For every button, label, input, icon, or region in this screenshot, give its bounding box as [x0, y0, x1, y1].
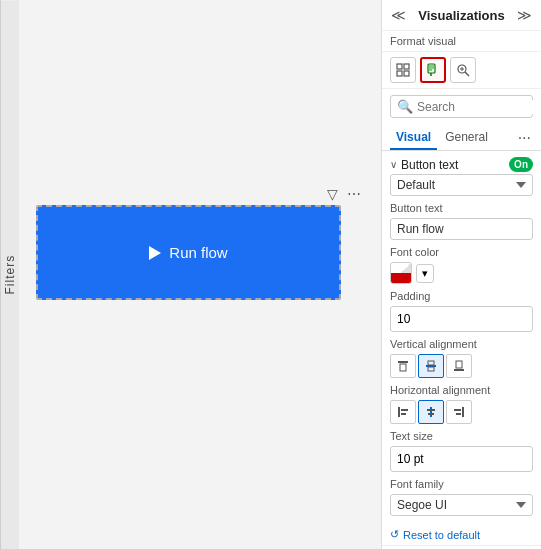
search-input[interactable]	[417, 100, 541, 114]
play-icon	[149, 246, 161, 260]
section-title-button-text[interactable]: ∨ Button text	[390, 158, 458, 172]
svg-rect-1	[404, 64, 409, 69]
horizontal-alignment-row	[390, 400, 533, 424]
button-visual[interactable]: Run flow	[36, 205, 341, 300]
button-text-field: Button text	[390, 202, 533, 240]
font-family-field: Font family Segoe UI	[390, 478, 533, 516]
vertical-alignment-row	[390, 354, 533, 378]
svg-rect-13	[428, 367, 434, 371]
svg-rect-14	[456, 361, 462, 368]
filters-label: Filters	[0, 0, 19, 549]
svg-rect-23	[454, 409, 461, 411]
tab-more-icon[interactable]: ···	[516, 127, 533, 149]
padding-input[interactable]	[391, 309, 533, 329]
font-color-label: Font color	[390, 246, 533, 258]
svg-rect-3	[404, 71, 409, 76]
padding-label: Padding	[390, 290, 533, 302]
button-text-input[interactable]	[390, 218, 533, 240]
section-header-button-text: ∨ Button text On	[382, 151, 541, 174]
format-visual-row: Format visual	[382, 31, 541, 52]
text-size-input-row: ▲ ▼	[390, 446, 533, 472]
padding-input-row: ▲ ▼	[390, 306, 533, 332]
font-family-label: Font family	[390, 478, 533, 490]
canvas-toolbar: ▽ ⋯	[323, 185, 363, 203]
text-size-input[interactable]	[391, 449, 533, 469]
canvas-content: ▽ ⋯ Run flow	[28, 10, 371, 539]
text-size-field: Text size ▲ ▼	[390, 430, 533, 472]
more-options-icon[interactable]: ⋯	[345, 185, 363, 203]
font-color-dropdown-btn[interactable]: ▾	[416, 264, 434, 283]
svg-rect-19	[430, 407, 432, 417]
button-visual-inner: Run flow	[149, 244, 227, 261]
text-size-label: Text size	[390, 430, 533, 442]
svg-rect-15	[454, 369, 464, 371]
color-row: ▾	[390, 262, 533, 284]
svg-rect-0	[397, 64, 402, 69]
svg-rect-21	[428, 413, 434, 415]
style-field: Default	[390, 174, 533, 196]
canvas-area: Filters ▽ ⋯ Run flow	[0, 0, 381, 549]
align-middle-btn[interactable]	[418, 354, 444, 378]
panel-body: Default Button text Font color ▾	[382, 174, 541, 524]
reset-to-default-btn[interactable]: ↺ Reset to default	[382, 524, 541, 545]
align-left-btn[interactable]	[390, 400, 416, 424]
button-text-label: Button text	[390, 202, 533, 214]
tab-visual[interactable]: Visual	[390, 126, 437, 150]
reset-icon: ↺	[390, 528, 399, 541]
right-panel: ≪ Visualizations ≫ Format visual	[381, 0, 541, 549]
svg-rect-22	[462, 407, 464, 417]
style-dropdown[interactable]: Default	[390, 174, 533, 196]
tab-general[interactable]: General	[439, 126, 494, 150]
expand-right-icon[interactable]: ≫	[516, 6, 533, 24]
grid-format-icon[interactable]	[390, 57, 416, 83]
font-color-field: Font color ▾	[390, 246, 533, 284]
search-icon: 🔍	[397, 99, 413, 114]
svg-rect-4	[428, 64, 435, 73]
button-visual-label: Run flow	[169, 244, 227, 261]
chevron-down-icon: ∨	[390, 159, 397, 170]
svg-rect-11	[428, 361, 434, 365]
format-visual-label: Format visual	[390, 35, 456, 47]
horizontal-alignment-label: Horizontal alignment	[390, 384, 533, 396]
format-icons-row	[382, 52, 541, 89]
horizontal-alignment-field: Horizontal alignment	[390, 384, 533, 424]
align-center-btn[interactable]	[418, 400, 444, 424]
svg-rect-9	[398, 361, 408, 363]
button-text-toggle[interactable]: On	[509, 157, 533, 172]
fill-section: › Fill On	[382, 545, 541, 549]
svg-rect-24	[456, 413, 461, 415]
vertical-alignment-label: Vertical alignment	[390, 338, 533, 350]
panel-header: ≪ Visualizations ≫	[382, 0, 541, 31]
svg-rect-10	[400, 364, 406, 371]
align-bottom-btn[interactable]	[446, 354, 472, 378]
collapse-left-icon[interactable]: ≪	[390, 6, 407, 24]
svg-rect-16	[398, 407, 400, 417]
svg-rect-18	[401, 413, 406, 415]
svg-rect-17	[401, 409, 408, 411]
font-color-swatch[interactable]	[390, 262, 412, 284]
panel-title: Visualizations	[418, 8, 504, 23]
svg-rect-20	[427, 409, 435, 411]
font-family-dropdown[interactable]: Segoe UI	[390, 494, 533, 516]
align-top-btn[interactable]	[390, 354, 416, 378]
vertical-alignment-field: Vertical alignment	[390, 338, 533, 378]
search-box[interactable]: 🔍	[390, 95, 533, 118]
filter-icon[interactable]: ▽	[323, 185, 341, 203]
paint-format-icon[interactable]	[420, 57, 446, 83]
svg-rect-2	[397, 71, 402, 76]
chevron-down-small-icon: ▾	[422, 267, 428, 280]
svg-line-6	[465, 72, 469, 76]
tabs-row: Visual General ···	[382, 124, 541, 151]
magnify-format-icon[interactable]	[450, 57, 476, 83]
padding-field: Padding ▲ ▼	[390, 290, 533, 332]
align-right-btn[interactable]	[446, 400, 472, 424]
